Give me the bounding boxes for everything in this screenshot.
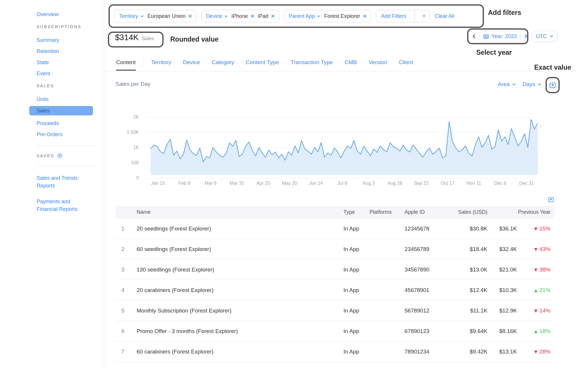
x-axis-tick-label: Dec 31	[513, 181, 540, 186]
cell-name: 60 carabiners (Forest Explorer)	[130, 348, 343, 355]
add-filters-button[interactable]: Add Filters +	[376, 10, 430, 22]
cell-rank: 2	[116, 246, 130, 252]
x-axis-tick-label: Jul 9	[329, 181, 355, 186]
clear-all-button[interactable]: Clear All	[435, 13, 454, 19]
table-row[interactable]: 760 carabiners (Forest Explorer)In App78…	[116, 341, 554, 362]
column-header-apple-id[interactable]: Apple ID	[405, 209, 446, 215]
sidebar-item-retention[interactable]: Retention	[37, 48, 104, 54]
previous-year-icon[interactable]	[472, 34, 477, 39]
remove-filter-icon[interactable]	[363, 14, 367, 18]
add-filters-label[interactable]: Add Filters	[376, 13, 411, 19]
timezone-selector[interactable]: UTC	[532, 31, 558, 42]
cell-apple-id: 12345678	[405, 226, 446, 232]
sidebar-item-state[interactable]: State	[37, 59, 104, 66]
sidebar-item-event[interactable]: Event	[37, 70, 104, 77]
filter-chip-parent-app-dropdown[interactable]: Parent App	[289, 13, 321, 19]
filter-value-label: European Union	[147, 13, 185, 19]
tab-version[interactable]: Version	[369, 59, 387, 66]
tab-transaction-type[interactable]: Transaction Type	[290, 59, 333, 66]
chevron-down-icon	[317, 14, 321, 18]
change-percent: 15%	[539, 226, 551, 232]
plus-circle-icon[interactable]	[57, 153, 62, 158]
table-row[interactable]: 6Promo Offer - 3 months (Forest Explorer…	[116, 321, 554, 341]
tab-device[interactable]: Device	[183, 59, 200, 66]
x-axis-tick-label: Apr 25	[250, 181, 276, 186]
cell-rank: 3	[116, 266, 130, 273]
cell-sales: $13.0K	[446, 266, 487, 273]
next-year-icon[interactable]	[523, 34, 528, 39]
sidebar-item-overview[interactable]: Overview	[37, 11, 104, 18]
chart-style-selector[interactable]: Area	[498, 81, 516, 88]
column-header-type[interactable]: Type	[343, 209, 369, 215]
x-axis-tick-label: Jun 14	[303, 181, 329, 186]
chart-download-button[interactable]	[549, 81, 556, 89]
chart-next-icon[interactable]: ›	[539, 122, 542, 130]
tab-cmb[interactable]: CMB	[345, 59, 357, 66]
sidebar-saved-label: SAVED	[37, 153, 54, 158]
tab-content-type[interactable]: Content Type	[246, 59, 279, 66]
cell-sales: $18.4K	[446, 246, 487, 252]
sidebar-divider	[37, 166, 97, 166]
sidebar-section-saved: SAVED	[37, 153, 104, 158]
sidebar-item-sales-and-trends-reports[interactable]: Sales and Trends Reports	[37, 174, 92, 189]
column-header-platforms[interactable]: Platforms	[369, 209, 405, 215]
remove-filter-icon[interactable]	[251, 14, 254, 18]
annotation-rounded-value: Rounded value	[170, 35, 219, 43]
tab-content[interactable]: Content	[116, 59, 136, 66]
y-axis-tick-label: 2K	[116, 114, 139, 120]
cell-change: ▼43%	[517, 246, 551, 252]
table-row[interactable]: 120 seedlings (Forest Explorer)In App123…	[116, 218, 554, 239]
plus-icon[interactable]: +	[418, 13, 430, 20]
year-selector[interactable]: Year: 2023	[479, 31, 520, 42]
tab-client[interactable]: Client	[399, 59, 413, 66]
table-row[interactable]: 420 carabiners (Forest Explorer)In App45…	[116, 280, 554, 300]
sidebar-item-proceeds[interactable]: Proceeds	[37, 120, 104, 127]
remove-filter-icon[interactable]	[188, 14, 192, 18]
chart-interval-selector[interactable]: Days	[522, 81, 541, 88]
filter-bar-annotation-box: TerritoryEuropean UnionDeviceiPhoneiPadP…	[109, 4, 484, 28]
column-header-sales-usd[interactable]: Sales (USD)	[446, 209, 487, 215]
sidebar-item-sales[interactable]: Sales	[29, 106, 93, 115]
table-row[interactable]: 260 seedlings (Forest Explorer)In App234…	[116, 239, 554, 259]
x-axis-tick-label: Nov 11	[461, 181, 487, 186]
chart-gridline	[145, 178, 538, 178]
cell-type: In App	[343, 226, 369, 232]
table-download-button[interactable]	[548, 196, 554, 203]
x-axis-tick-label: Mar 6	[197, 181, 224, 186]
cell-name: 20 seedlings (Forest Explorer)	[130, 226, 343, 232]
table-header-row: NameTypePlatformsApple IDSales (USD)Prev…	[116, 206, 554, 218]
column-header-name[interactable]: Name	[130, 209, 343, 215]
sidebar-item-pre-orders[interactable]: Pre-Orders	[37, 131, 104, 138]
chart-interval-label: Days	[522, 81, 535, 88]
cell-sales: $9.42K	[446, 348, 487, 355]
chip-divider	[414, 10, 415, 22]
cell-type: In App	[343, 246, 369, 252]
filter-chip-label: Parent App	[289, 13, 315, 19]
remove-filter-icon[interactable]	[271, 14, 275, 18]
sidebar-item-units[interactable]: Units	[37, 96, 104, 102]
arrow-up-icon: ▲	[534, 329, 537, 334]
column-header-previous-year[interactable]: Previous Year	[487, 209, 551, 215]
filter-value: Forest Explorer	[324, 13, 367, 19]
table-row[interactable]: 5Monthly Subscription (Forest Explorer)I…	[116, 300, 554, 321]
chevron-down-icon	[140, 14, 144, 18]
cell-previous-year: $36.1K	[487, 226, 517, 232]
cell-rank: 4	[116, 287, 130, 293]
filter-value: European Union	[147, 13, 192, 19]
table-row[interactable]: 3130 seedlings (Forest Explorer)In App34…	[116, 259, 554, 280]
chart-download-annotation-box	[546, 77, 560, 93]
cell-name: Monthly Subscription (Forest Explorer)	[130, 308, 343, 314]
filter-chip-device-dropdown[interactable]: Device	[206, 13, 228, 19]
year-selector-annotation-box: Year: 2023	[467, 28, 528, 44]
summary-annotation-box: $314K Sales	[108, 32, 164, 47]
tab-territory[interactable]: Territory	[151, 59, 171, 66]
sidebar-item-summary[interactable]: Summary	[37, 37, 104, 43]
cell-name: Promo Offer - 3 months (Forest Explorer)	[130, 328, 343, 334]
sidebar-item-payments-and-financial-reports[interactable]: Payments and Financial Reports	[37, 198, 92, 213]
filter-chips: TerritoryEuropean UnionDeviceiPhoneiPadP…	[114, 10, 371, 22]
cell-name: 60 seedlings (Forest Explorer)	[130, 246, 343, 252]
tab-category[interactable]: Category	[212, 59, 234, 66]
filter-chip-territory-dropdown[interactable]: Territory	[119, 13, 144, 19]
summary-value: $314K	[115, 33, 139, 42]
x-axis-tick-label: May 20	[276, 181, 303, 186]
